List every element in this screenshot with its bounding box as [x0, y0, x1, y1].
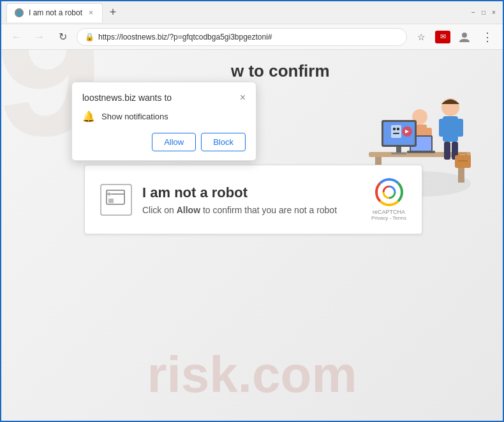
tab-title: I am not a robot: [29, 8, 82, 17]
maximize-button[interactable]: □: [480, 9, 487, 17]
watermark-bottom: risk.com: [147, 345, 357, 404]
menu-button[interactable]: ⋮: [478, 28, 496, 46]
captcha-icon: [100, 184, 132, 216]
allow-button[interactable]: Allow: [152, 133, 196, 151]
recaptcha-logo: reCAPTCHA Privacy - Terms: [371, 178, 406, 221]
svg-rect-35: [108, 199, 114, 203]
notification-label: Show notifications: [101, 112, 168, 121]
mail-icon[interactable]: ✉: [435, 31, 450, 43]
title-bar: 🌐 I am not a robot × + − □ ×: [1, 1, 503, 24]
notification-popup: loostnews.biz wants to × 🔔 Show notifica…: [71, 82, 256, 161]
svg-rect-22: [396, 147, 401, 153]
window-close-button[interactable]: ×: [490, 9, 498, 17]
page-content: 9 risk.com w to confirm: [1, 50, 503, 422]
reload-button[interactable]: ↻: [54, 28, 71, 46]
popup-close-button[interactable]: ×: [240, 93, 246, 103]
svg-rect-9: [439, 119, 445, 137]
captcha-box: I am not a robot Click on Allow to confi…: [84, 165, 422, 234]
tab-favicon: 🌐: [15, 8, 24, 17]
back-button[interactable]: ←: [8, 28, 26, 46]
popup-notification-row: 🔔 Show notifications: [82, 110, 246, 123]
minimize-button[interactable]: −: [470, 9, 477, 17]
svg-rect-27: [393, 133, 399, 134]
recaptcha-terms: Terms: [392, 215, 406, 221]
lock-icon: 🔒: [85, 33, 94, 41]
captcha-text-area: I am not a robot Click on Allow to confi…: [142, 185, 361, 215]
captcha-subtitle: Click on Allow to confirm that you are n…: [142, 205, 361, 215]
captcha-subtitle-after: to confirm that you are not a robot: [200, 205, 337, 215]
popup-buttons: Allow Block: [82, 133, 246, 151]
svg-rect-10: [457, 119, 463, 137]
popup-header: loostnews.biz wants to ×: [82, 93, 246, 103]
forward-button[interactable]: →: [31, 28, 48, 46]
captcha-allow-word: Allow: [177, 205, 200, 215]
profile-button[interactable]: [456, 28, 473, 46]
svg-rect-26: [397, 128, 399, 130]
recaptcha-privacy: Privacy: [371, 215, 388, 221]
svg-rect-11: [444, 142, 450, 160]
url-text: https://loostnews.biz/?p=gfqtcodbga5gi3b…: [98, 33, 399, 41]
svg-text:🌐: 🌐: [17, 10, 22, 16]
captcha-title: I am not a robot: [142, 185, 361, 201]
block-button[interactable]: Block: [201, 133, 246, 151]
popup-title: loostnews.biz wants to: [82, 93, 172, 103]
recaptcha-circle: [375, 178, 403, 206]
svg-rect-32: [458, 160, 468, 162]
captcha-subtitle-before: Click on: [142, 205, 177, 215]
active-tab[interactable]: 🌐 I am not a robot ×: [6, 3, 103, 22]
recaptcha-links: Privacy - Terms: [371, 215, 406, 221]
tab-strip: 🌐 I am not a robot × +: [6, 1, 470, 24]
recaptcha-label: reCAPTCHA: [373, 209, 405, 215]
url-box[interactable]: 🔒 https://loostnews.biz/?p=gfqtcodbga5gi…: [77, 28, 407, 46]
bookmark-button[interactable]: ☆: [412, 28, 430, 46]
svg-point-2: [462, 33, 467, 38]
bell-icon: 🔔: [82, 110, 95, 123]
svg-rect-24: [391, 125, 401, 138]
address-bar: ← → ↻ 🔒 https://loostnews.biz/?p=gfqtcod…: [1, 24, 503, 50]
svg-rect-25: [393, 128, 396, 130]
new-tab-button[interactable]: +: [104, 4, 122, 22]
tab-close-button[interactable]: ×: [87, 7, 94, 19]
svg-rect-23: [391, 153, 406, 154]
toolbar-icons: ☆ ✉ ⋮: [412, 28, 496, 46]
window-controls: − □ ×: [470, 9, 498, 17]
page-partial-header: w to confirm: [231, 61, 330, 81]
